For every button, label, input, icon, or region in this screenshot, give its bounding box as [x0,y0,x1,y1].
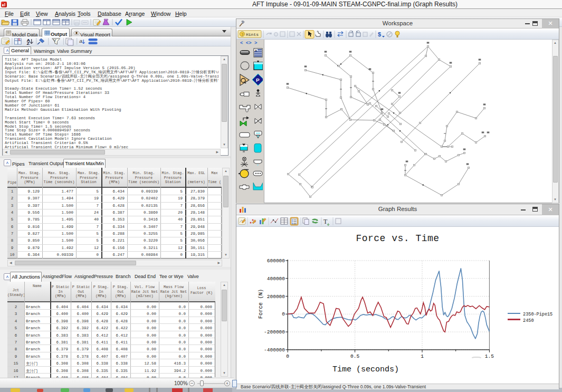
svg-text:T: T [323,218,328,225]
svg-text:Z: Z [26,41,30,46]
svg-text:Hints: Hints [246,32,259,37]
svg-text:5: 5 [18,37,20,41]
svg-text:V: V [53,38,56,42]
svg-text:?: ? [241,32,244,37]
svg-text:$: $ [378,31,381,37]
svg-text:a: a [79,39,82,44]
svg-text:P: P [256,77,260,83]
